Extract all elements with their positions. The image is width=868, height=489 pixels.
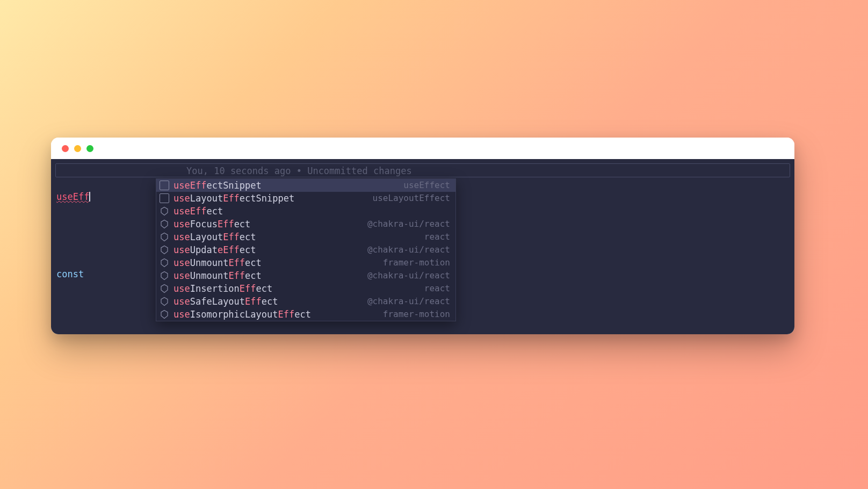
module-icon [160, 206, 169, 216]
autocomplete-item[interactable]: useEffect [156, 205, 455, 218]
autocomplete-item[interactable]: useInsertionEffectreact [156, 282, 455, 295]
autocomplete-item-detail: framer-motion [383, 256, 450, 269]
snippet-icon [160, 181, 169, 190]
autocomplete-item-detail: react [424, 231, 450, 243]
autocomplete-item-detail: @chakra-ui/react [367, 218, 450, 231]
autocomplete-item[interactable]: useUnmountEffect@chakra-ui/react [156, 269, 455, 282]
autocomplete-item-label: useEffect [173, 205, 446, 218]
autocomplete-item[interactable]: useUpdateEffect@chakra-ui/react [156, 243, 455, 256]
module-icon [160, 284, 169, 293]
git-blame-annotation: You, 10 seconds ago • Uncommitted change… [186, 164, 412, 177]
module-icon [160, 271, 169, 281]
autocomplete-item-label: useSafeLayoutEffect [173, 295, 363, 308]
autocomplete-item[interactable]: useLayoutEffectSnippetuseLayoutEffect [156, 192, 455, 205]
module-icon [160, 232, 169, 242]
window-titlebar [51, 138, 794, 159]
autocomplete-item-detail: @chakra-ui/react [367, 243, 450, 256]
autocomplete-item[interactable]: useEffectSnippetuseEffect [156, 179, 455, 192]
autocomplete-popup[interactable]: useEffectSnippetuseEffectuseLayoutEffect… [156, 178, 456, 321]
window-zoom-button[interactable] [86, 145, 93, 152]
autocomplete-item-label: useFocusEffect [173, 218, 363, 231]
module-icon [160, 297, 169, 306]
editor-window: You, 10 seconds ago • Uncommitted change… [51, 138, 794, 334]
text-cursor [89, 192, 90, 202]
module-icon [160, 245, 169, 255]
autocomplete-item-label: useLayoutEffectSnippet [173, 192, 368, 205]
autocomplete-item[interactable]: useLayoutEffectreact [156, 231, 455, 243]
snippet-icon [160, 193, 169, 203]
autocomplete-item-detail: @chakra-ui/react [367, 269, 450, 282]
module-icon [160, 310, 169, 319]
autocomplete-item-label: useUnmountEffect [173, 269, 363, 282]
autocomplete-item[interactable]: useUnmountEffectframer-motion [156, 256, 455, 269]
autocomplete-item-label: useEffectSnippet [173, 179, 399, 192]
autocomplete-item-label: useInsertionEffect [173, 282, 420, 295]
autocomplete-item-label: useUpdateEffect [173, 243, 363, 256]
autocomplete-item-detail: useLayoutEffect [373, 192, 451, 205]
window-close-button[interactable] [62, 145, 69, 152]
autocomplete-item-label: useLayoutEffect [173, 231, 420, 243]
code-editor[interactable]: You, 10 seconds ago • Uncommitted change… [51, 159, 794, 334]
window-minimize-button[interactable] [74, 145, 81, 152]
module-icon [160, 258, 169, 268]
autocomplete-item[interactable]: useFocusEffect@chakra-ui/react [156, 218, 455, 231]
autocomplete-item-label: useUnmountEffect [173, 256, 379, 269]
autocomplete-item-detail: react [424, 282, 450, 295]
module-icon [160, 219, 169, 229]
autocomplete-item[interactable]: useIsomorphicLayoutEffectframer-motion [156, 308, 455, 321]
autocomplete-item[interactable]: useSafeLayoutEffect@chakra-ui/react [156, 295, 455, 308]
typed-token: useEff [56, 190, 89, 203]
autocomplete-item-detail: useEffect [403, 179, 450, 192]
autocomplete-item-detail: framer-motion [383, 308, 450, 321]
autocomplete-item-label: useIsomorphicLayoutEffect [173, 308, 379, 321]
autocomplete-item-detail: @chakra-ui/react [367, 295, 450, 308]
